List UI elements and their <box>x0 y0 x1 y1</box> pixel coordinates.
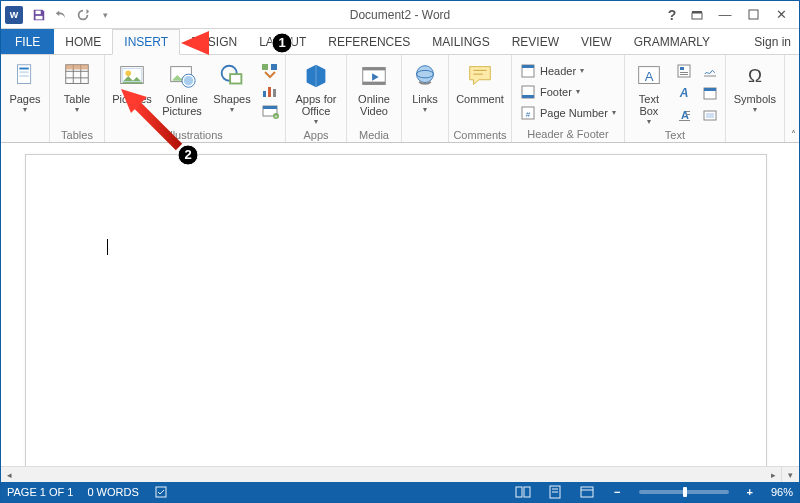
zoom-out-icon[interactable]: − <box>610 486 624 498</box>
object-icon[interactable] <box>699 105 721 125</box>
scroll-track[interactable] <box>17 470 765 480</box>
status-page[interactable]: PAGE 1 OF 1 <box>7 486 73 498</box>
apps-label: Apps for Office <box>296 93 337 117</box>
svg-rect-33 <box>363 68 386 71</box>
tab-view[interactable]: VIEW <box>570 29 623 54</box>
undo-icon[interactable] <box>51 5 71 25</box>
tab-references[interactable]: REFERENCES <box>317 29 421 54</box>
tab-layout[interactable]: LAYOUT <box>248 29 317 54</box>
horizontal-scrollbar[interactable]: ◂ ▸ <box>1 466 781 482</box>
tab-insert[interactable]: INSERT <box>112 29 180 55</box>
print-layout-icon[interactable] <box>546 483 564 501</box>
svg-rect-8 <box>19 75 28 77</box>
read-mode-icon[interactable] <box>514 483 532 501</box>
zoom-slider[interactable] <box>639 490 729 494</box>
status-bar: PAGE 1 OF 1 0 WORDS − + 96% <box>1 482 799 502</box>
svg-point-16 <box>125 70 131 76</box>
group-header-footer-label: Header & Footer <box>527 126 608 142</box>
online-video-button[interactable]: Online Video <box>351 57 397 127</box>
svg-rect-26 <box>268 87 271 97</box>
group-illustrations-label: Illustrations <box>167 127 223 143</box>
symbols-button[interactable]: Ω Symbols ▾ <box>730 57 780 127</box>
qat-customize-icon[interactable]: ▾ <box>95 5 115 25</box>
signature-line-icon[interactable] <box>699 61 721 81</box>
title-bar: W ▾ Document2 - Word ? — ✕ <box>1 1 799 29</box>
chevron-down-icon: ▾ <box>75 107 79 113</box>
tab-grammarly[interactable]: GRAMMARLY <box>623 29 721 54</box>
svg-rect-46 <box>680 67 684 70</box>
wordart-icon[interactable]: A <box>673 83 695 103</box>
group-text: A Text Box ▾ A A Text <box>625 55 726 142</box>
sign-in-link[interactable]: Sign in <box>746 29 799 54</box>
collapse-ribbon-icon[interactable]: ˄ <box>791 129 796 140</box>
tab-file[interactable]: FILE <box>1 29 54 54</box>
quick-parts-icon[interactable] <box>673 61 695 81</box>
scroll-right-icon[interactable]: ▸ <box>765 467 781 483</box>
symbols-label: Symbols <box>734 93 776 105</box>
tab-home[interactable]: HOME <box>54 29 112 54</box>
comment-button[interactable]: Comment <box>453 57 507 127</box>
svg-rect-14 <box>66 65 89 70</box>
chevron-down-icon: ▾ <box>647 119 651 125</box>
pages-button[interactable]: Pages ▾ <box>5 57 45 127</box>
text-box-button[interactable]: A Text Box ▾ <box>629 57 669 127</box>
footer-button[interactable]: Footer ▾ <box>516 81 584 102</box>
ribbon-display-icon[interactable] <box>683 2 711 27</box>
text-box-label: Text Box <box>639 93 659 117</box>
tab-design[interactable]: DESIGN <box>180 29 248 54</box>
status-words[interactable]: 0 WORDS <box>87 486 138 498</box>
header-button[interactable]: Header ▾ <box>516 60 588 81</box>
group-pages: Pages ▾ <box>1 55 50 142</box>
svg-rect-40 <box>522 95 534 98</box>
svg-rect-6 <box>19 68 28 70</box>
svg-rect-48 <box>680 74 688 75</box>
maximize-icon[interactable] <box>739 2 767 27</box>
scroll-left-icon[interactable]: ◂ <box>1 467 17 483</box>
group-apps-label: Apps <box>303 127 328 143</box>
group-comments-label: Comments <box>453 127 506 143</box>
footer-icon <box>520 84 536 100</box>
minimize-icon[interactable]: — <box>711 2 739 27</box>
apps-for-office-button[interactable]: Apps for Office ▾ <box>290 57 342 127</box>
date-time-icon[interactable] <box>699 83 721 103</box>
save-icon[interactable] <box>29 5 49 25</box>
chevron-down-icon: ▾ <box>23 107 27 113</box>
close-icon[interactable]: ✕ <box>767 2 795 27</box>
help-icon[interactable]: ? <box>661 2 683 27</box>
screenshot-icon[interactable]: + <box>259 101 281 121</box>
tab-review[interactable]: REVIEW <box>501 29 570 54</box>
pictures-button[interactable]: Pictures <box>109 57 155 127</box>
group-symbols: Ω Symbols ▾ <box>726 55 785 142</box>
svg-rect-24 <box>271 64 277 70</box>
online-pictures-button[interactable]: Online Pictures <box>159 57 205 127</box>
web-layout-icon[interactable] <box>578 483 596 501</box>
chevron-down-icon: ▾ <box>580 68 584 74</box>
shapes-button[interactable]: Shapes ▾ <box>209 57 255 127</box>
scroll-down-icon[interactable]: ▾ <box>781 466 799 482</box>
links-button[interactable]: Links ▾ <box>406 57 444 127</box>
svg-rect-56 <box>704 88 716 91</box>
online-video-label: Online Video <box>358 93 390 117</box>
tab-mailings[interactable]: MAILINGS <box>421 29 500 54</box>
page-number-button[interactable]: # Page Number ▾ <box>516 102 620 123</box>
table-button[interactable]: Table ▾ <box>54 57 100 127</box>
spellcheck-icon[interactable] <box>153 483 171 501</box>
svg-rect-58 <box>706 113 714 118</box>
chevron-down-icon: ▾ <box>612 110 616 116</box>
pictures-label: Pictures <box>112 93 152 105</box>
chevron-down-icon: ▾ <box>230 107 234 113</box>
chart-icon[interactable] <box>259 81 281 101</box>
page-number-label: Page Number <box>540 107 608 119</box>
group-comments: Comment Comments <box>449 55 512 142</box>
footer-label: Footer <box>540 86 572 98</box>
links-label: Links <box>412 93 438 105</box>
document-page[interactable] <box>25 154 767 482</box>
svg-rect-22 <box>230 74 241 83</box>
drop-cap-icon[interactable]: A <box>673 105 695 125</box>
zoom-level[interactable]: 96% <box>771 486 793 498</box>
zoom-in-icon[interactable]: + <box>743 486 757 498</box>
redo-icon[interactable] <box>73 5 93 25</box>
svg-rect-45 <box>678 65 690 77</box>
shapes-label: Shapes <box>213 93 250 105</box>
smartart-icon[interactable] <box>259 61 281 81</box>
